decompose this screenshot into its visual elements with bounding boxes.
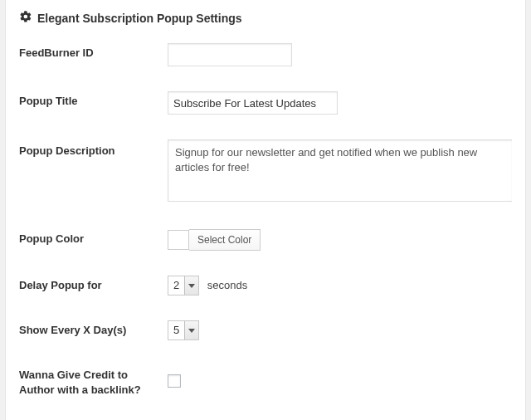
show-every-select[interactable]: 5: [168, 320, 199, 340]
popup-description-label: Popup Description: [19, 127, 168, 217]
popup-color-label: Popup Color: [19, 217, 168, 263]
gear-icon: [19, 10, 37, 26]
feedburner-input[interactable]: [168, 43, 292, 66]
popup-title-input[interactable]: [168, 91, 338, 115]
show-every-label: Show Every X Day(s): [19, 308, 168, 353]
chevron-down-icon: [184, 276, 198, 295]
show-every-value: 5: [168, 321, 184, 339]
settings-title: Elegant Subscription Popup Settings: [37, 12, 242, 25]
delay-label: Delay Popup for: [19, 263, 168, 308]
delay-suffix: seconds: [207, 279, 247, 291]
settings-form: FeedBurner ID Popup Title Popup Descript…: [6, 31, 525, 420]
delay-value: 2: [168, 276, 184, 295]
settings-panel: Elegant Subscription Popup Settings Feed…: [5, 0, 526, 420]
popup-title-label: Popup Title: [19, 79, 168, 127]
feedburner-label: FeedBurner ID: [19, 31, 168, 79]
color-swatch[interactable]: [168, 230, 189, 250]
credit-label: Wanna Give Credit to Author with a backl…: [19, 353, 168, 412]
credit-checkbox[interactable]: [168, 374, 181, 388]
delay-select[interactable]: 2: [168, 276, 199, 295]
chevron-down-icon: [184, 321, 198, 339]
panel-heading: Elegant Subscription Popup Settings: [6, 0, 525, 31]
popup-description-textarea[interactable]: Signup for our newsletter and get notifi…: [168, 139, 512, 202]
select-color-button[interactable]: Select Color: [189, 229, 261, 251]
